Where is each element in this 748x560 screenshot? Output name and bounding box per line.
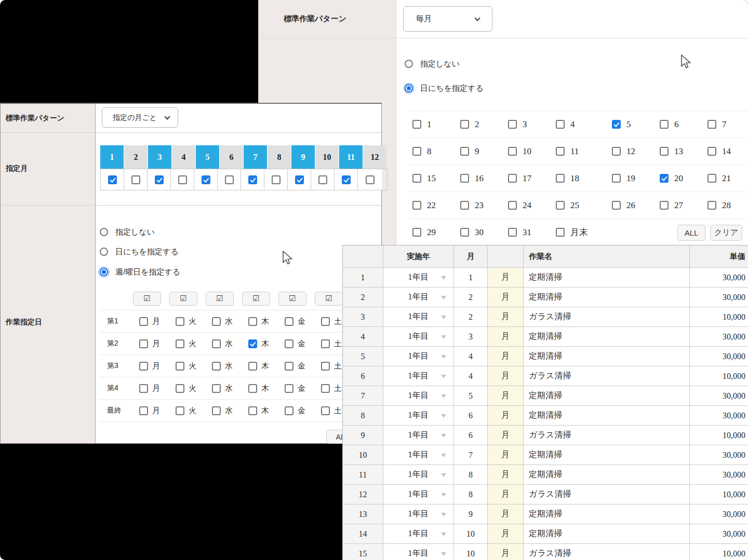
weekday-checkbox-cell[interactable]: 土: [321, 377, 342, 399]
radio-button-icon[interactable]: [405, 60, 413, 68]
year-select[interactable]: 1年目: [383, 445, 454, 465]
days-clear-button[interactable]: クリア: [710, 225, 742, 241]
weekday-checkbox-cell[interactable]: 木: [248, 355, 269, 377]
weekday-select-all-button[interactable]: ☑: [315, 292, 343, 306]
checkbox-icon[interactable]: [707, 201, 716, 210]
checkbox-icon[interactable]: [460, 120, 469, 129]
day-checkbox-cell[interactable]: 4: [556, 111, 575, 138]
weekday-checkbox-cell[interactable]: 金: [285, 333, 305, 354]
weekday-checkbox-cell[interactable]: 金: [285, 310, 305, 332]
weekday-checkbox-cell[interactable]: 土: [321, 400, 342, 421]
year-select[interactable]: 1年目: [383, 504, 454, 524]
weekday-select-all-button[interactable]: ☑: [206, 292, 234, 306]
checkbox-icon[interactable]: [178, 175, 187, 184]
day-mode-radio-option[interactable]: 週/曜日を指定する: [100, 265, 180, 279]
checkbox-icon[interactable]: [707, 174, 716, 183]
day-checkbox-cell[interactable]: 8: [412, 138, 432, 165]
checkbox-icon[interactable]: [460, 174, 469, 183]
day-mode-radio-option[interactable]: 日にちを指定する: [100, 245, 179, 258]
month-checkbox-cell[interactable]: [288, 169, 311, 190]
checkbox-icon[interactable]: [612, 201, 621, 210]
year-select[interactable]: 1年目: [383, 426, 454, 445]
radio-button-icon[interactable]: [405, 84, 413, 92]
pattern-type-select[interactable]: 毎月: [403, 6, 492, 32]
weekday-checkbox-cell[interactable]: 木: [248, 377, 269, 399]
checkbox-icon[interactable]: [248, 406, 257, 415]
checkbox-icon[interactable]: [707, 147, 716, 156]
weekday-checkbox-cell[interactable]: 月: [139, 400, 160, 421]
checkbox-icon[interactable]: [212, 362, 221, 371]
weekday-select-all-button[interactable]: ☑: [169, 292, 197, 306]
weekday-checkbox-cell[interactable]: 火: [176, 377, 196, 399]
radio-button-icon[interactable]: [100, 228, 108, 236]
checkbox-icon[interactable]: [139, 406, 148, 415]
month-checkbox-cell[interactable]: [335, 169, 358, 190]
checkbox-icon[interactable]: [660, 120, 669, 129]
day-checkbox-cell[interactable]: 6: [660, 111, 679, 138]
weekday-checkbox-cell[interactable]: 火: [176, 400, 196, 421]
day-checkbox-cell[interactable]: 16: [460, 165, 484, 192]
day-checkbox-cell[interactable]: 21: [707, 165, 731, 192]
day-checkbox-cell[interactable]: 9: [460, 138, 479, 165]
year-select[interactable]: 1年目: [383, 288, 454, 307]
checkbox-icon[interactable]: [412, 147, 421, 156]
checkbox-icon[interactable]: [212, 317, 221, 326]
checkbox-icon[interactable]: [176, 317, 184, 326]
day-checkbox-cell[interactable]: 13: [660, 138, 683, 165]
day-checkbox-cell[interactable]: 29: [412, 219, 436, 245]
year-select[interactable]: 1年目: [383, 268, 454, 288]
weekday-checkbox-cell[interactable]: 金: [285, 400, 305, 421]
day-checkbox-cell[interactable]: 27: [660, 192, 683, 218]
weekday-checkbox-cell[interactable]: 土: [321, 355, 342, 377]
days-all-button[interactable]: ALL: [677, 225, 705, 241]
month-checkbox-cell[interactable]: [124, 169, 148, 190]
checkbox-icon[interactable]: [248, 362, 257, 371]
checkbox-icon[interactable]: [508, 174, 517, 183]
radio-button-icon[interactable]: [100, 268, 108, 276]
weekday-checkbox-cell[interactable]: 水: [212, 355, 233, 377]
checkbox-icon[interactable]: [176, 362, 184, 371]
checkbox-icon[interactable]: [248, 175, 257, 184]
checkbox-icon[interactable]: [285, 384, 293, 393]
weekday-checkbox-cell[interactable]: 金: [285, 355, 305, 377]
day-checkbox-cell[interactable]: 10: [508, 138, 531, 165]
checkbox-icon[interactable]: [272, 175, 280, 184]
checkbox-icon[interactable]: [108, 175, 117, 184]
year-select[interactable]: 1年目: [383, 327, 454, 347]
weekday-checkbox-cell[interactable]: 水: [212, 310, 233, 332]
day-checkbox-cell[interactable]: 15: [412, 165, 436, 192]
day-checkbox-cell[interactable]: 25: [556, 192, 579, 218]
year-select[interactable]: 1年目: [383, 347, 454, 366]
checkbox-icon[interactable]: [212, 339, 221, 348]
checkbox-icon[interactable]: [285, 317, 293, 326]
checkbox-icon[interactable]: [202, 175, 210, 184]
year-select[interactable]: 1年目: [383, 307, 454, 327]
month-checkbox-cell[interactable]: [311, 169, 335, 190]
year-select[interactable]: 1年目: [383, 366, 454, 386]
checkbox-icon[interactable]: [508, 201, 517, 210]
checkbox-icon[interactable]: [660, 147, 669, 156]
day-checkbox-cell[interactable]: 18: [556, 165, 579, 192]
weekday-checkbox-cell[interactable]: 土: [321, 310, 342, 332]
day-checkbox-cell[interactable]: 17: [508, 165, 531, 192]
year-select[interactable]: 1年目: [383, 524, 454, 544]
weekday-checkbox-cell[interactable]: 木: [248, 400, 269, 421]
checkbox-icon[interactable]: [212, 384, 221, 393]
checkbox-icon[interactable]: [412, 120, 421, 129]
checkbox-icon[interactable]: [321, 406, 330, 415]
day-checkbox-cell[interactable]: 26: [612, 192, 635, 218]
year-select[interactable]: 1年目: [383, 485, 454, 504]
pattern-type-select-2[interactable]: 指定の月ごと: [102, 107, 178, 128]
checkbox-icon[interactable]: [285, 406, 293, 415]
checkbox-icon[interactable]: [248, 384, 257, 393]
weekday-checkbox-cell[interactable]: 水: [212, 400, 233, 421]
day-checkbox-cell[interactable]: 20: [660, 165, 683, 192]
day-checkbox-cell[interactable]: 23: [460, 192, 484, 218]
weekday-select-all-button[interactable]: ☑: [278, 292, 306, 306]
checkbox-icon[interactable]: [412, 228, 421, 237]
month-checkbox-cell[interactable]: [171, 169, 194, 190]
weekday-select-all-button[interactable]: ☑: [242, 292, 270, 306]
date-mode-radio-option[interactable]: 指定しない: [405, 57, 460, 71]
checkbox-icon[interactable]: [342, 175, 351, 184]
day-checkbox-cell[interactable]: 5: [612, 111, 631, 138]
